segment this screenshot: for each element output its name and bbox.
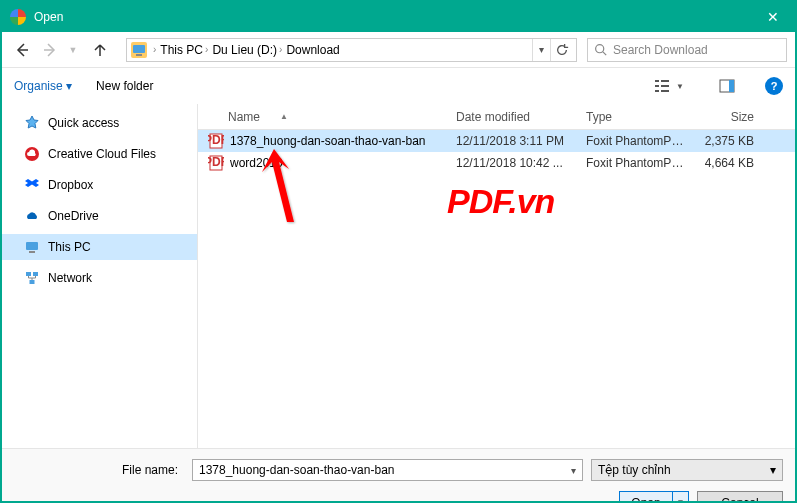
toolbar: Organise ▾ New folder ▼ ? xyxy=(2,68,795,104)
sidebar: Quick access Creative Cloud Files Dropbo… xyxy=(2,104,198,448)
window-title: Open xyxy=(34,10,750,24)
breadcrumb-segment[interactable]: Download xyxy=(284,43,341,57)
dialog-footer: File name: 1378_huong-dan-soan-thao-van-… xyxy=(2,448,795,503)
title-bar: Open ✕ xyxy=(2,2,795,32)
column-header-name[interactable]: Name▲ xyxy=(198,110,448,124)
preview-pane-button[interactable] xyxy=(713,74,741,98)
help-button[interactable]: ? xyxy=(765,77,783,95)
sort-asc-icon: ▲ xyxy=(280,112,288,121)
svg-rect-14 xyxy=(26,272,31,276)
new-folder-button[interactable]: New folder xyxy=(96,79,153,93)
star-icon xyxy=(24,115,40,131)
chevron-down-icon[interactable]: ▾ xyxy=(571,465,576,476)
breadcrumb-segment[interactable]: Du Lieu (D:)› xyxy=(210,43,284,57)
file-row[interactable]: PDF word2010 12/11/2018 10:42 ... Foxit … xyxy=(198,152,795,174)
sidebar-item-dropbox[interactable]: Dropbox xyxy=(2,172,197,198)
svg-rect-15 xyxy=(33,272,38,276)
sidebar-item-creative-cloud[interactable]: Creative Cloud Files xyxy=(2,141,197,167)
filename-label: File name: xyxy=(14,463,184,477)
up-button[interactable] xyxy=(88,38,112,62)
search-input[interactable]: Search Download xyxy=(587,38,787,62)
svg-rect-13 xyxy=(29,251,35,253)
cancel-button[interactable]: Cancel xyxy=(697,491,783,503)
svg-rect-5 xyxy=(655,85,659,87)
creative-cloud-icon xyxy=(24,146,40,162)
svg-rect-8 xyxy=(661,90,669,92)
column-header-size[interactable]: Size xyxy=(692,110,762,124)
svg-point-2 xyxy=(596,45,604,53)
breadcrumb-segment[interactable]: This PC› xyxy=(158,43,210,57)
svg-rect-10 xyxy=(729,80,734,92)
svg-rect-4 xyxy=(661,80,669,82)
pc-icon xyxy=(24,239,40,255)
close-button[interactable]: ✕ xyxy=(750,2,795,32)
onedrive-icon xyxy=(24,208,40,224)
svg-rect-16 xyxy=(30,280,35,284)
organise-menu[interactable]: Organise ▾ xyxy=(14,79,72,93)
pc-icon xyxy=(131,42,147,58)
pdf-file-icon: PDF xyxy=(208,133,224,149)
dropbox-icon xyxy=(24,177,40,193)
svg-rect-6 xyxy=(661,85,669,87)
chevron-right-icon: › xyxy=(205,44,208,55)
view-options-button[interactable]: ▼ xyxy=(649,74,689,98)
address-bar[interactable]: › This PC› Du Lieu (D:)› Download ▾ xyxy=(126,38,577,62)
column-header-date[interactable]: Date modified xyxy=(448,110,578,124)
filename-input[interactable]: 1378_huong-dan-soan-thao-van-ban ▾ xyxy=(192,459,583,481)
forward-button[interactable] xyxy=(38,38,62,62)
nav-bar: ▼ › This PC› Du Lieu (D:)› Download ▾ Se… xyxy=(2,32,795,68)
svg-text:PDF: PDF xyxy=(208,133,224,147)
column-header-type[interactable]: Type xyxy=(578,110,692,124)
network-icon xyxy=(24,270,40,286)
sidebar-item-network[interactable]: Network xyxy=(2,265,197,291)
sidebar-item-quick-access[interactable]: Quick access xyxy=(2,110,197,136)
svg-rect-1 xyxy=(136,54,142,56)
file-type-filter[interactable]: Tệp tùy chỉnh ▾ xyxy=(591,459,783,481)
pdf-file-icon: PDF xyxy=(208,155,224,171)
open-dropdown[interactable]: ▼ xyxy=(672,492,688,503)
svg-rect-12 xyxy=(26,242,38,250)
file-list: Name▲ Date modified Type Size PDF 1378_h… xyxy=(198,104,795,448)
sidebar-item-this-pc[interactable]: This PC xyxy=(2,234,197,260)
chevron-down-icon: ▾ xyxy=(770,463,776,477)
svg-rect-3 xyxy=(655,80,659,82)
svg-rect-0 xyxy=(133,45,145,53)
open-button[interactable]: Open ▼ xyxy=(619,491,689,503)
sidebar-item-onedrive[interactable]: OneDrive xyxy=(2,203,197,229)
address-dropdown[interactable]: ▾ xyxy=(532,39,550,61)
svg-text:PDF: PDF xyxy=(208,155,224,169)
search-icon xyxy=(594,43,607,56)
file-row[interactable]: PDF 1378_huong-dan-soan-thao-van-ban 12/… xyxy=(198,130,795,152)
back-button[interactable] xyxy=(10,38,34,62)
svg-rect-7 xyxy=(655,90,659,92)
refresh-button[interactable] xyxy=(550,39,572,61)
search-placeholder: Search Download xyxy=(613,43,708,57)
chevron-right-icon: › xyxy=(279,44,282,55)
chevron-right-icon: › xyxy=(153,44,156,55)
recent-dropdown[interactable]: ▼ xyxy=(66,38,80,62)
chrome-icon xyxy=(10,9,26,25)
column-headers: Name▲ Date modified Type Size xyxy=(198,104,795,130)
